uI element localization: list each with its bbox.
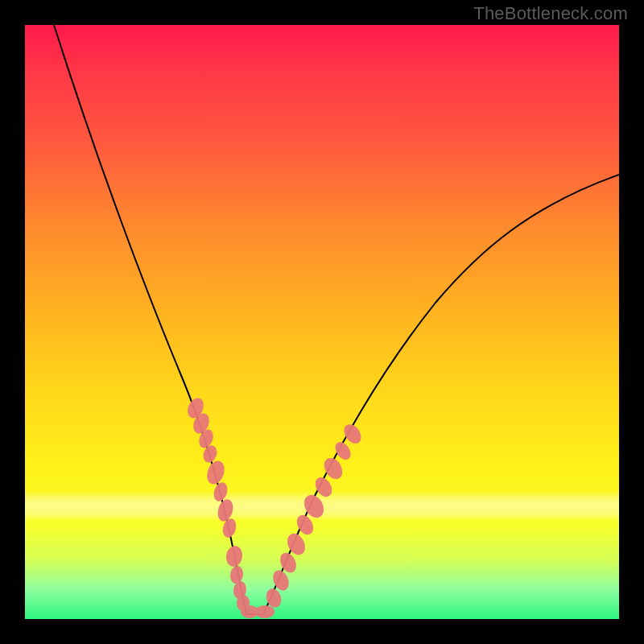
right-highlight-cluster [270,421,364,592]
svg-point-8 [225,544,244,568]
left-highlight-cluster [184,395,237,539]
svg-point-23 [341,421,365,447]
svg-point-9 [229,565,245,584]
svg-point-13 [255,605,275,618]
svg-point-4 [204,458,227,486]
plot-area [25,25,619,619]
bottleneck-curve-path [54,25,619,614]
watermark-text: TheBottleneck.com [473,3,628,24]
curve-svg [25,25,619,619]
svg-point-22 [332,440,354,463]
